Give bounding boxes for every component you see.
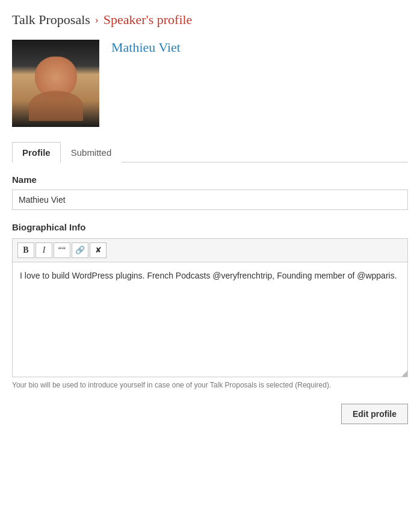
name-input[interactable] bbox=[12, 190, 408, 210]
edit-profile-button[interactable]: Edit profile bbox=[341, 404, 408, 424]
bold-button[interactable]: B bbox=[17, 242, 34, 258]
bio-help-text: Your bio will be used to introduce yours… bbox=[12, 381, 408, 389]
speaker-name: Mathieu Viet bbox=[111, 37, 181, 55]
speaker-info: Mathieu Viet bbox=[111, 40, 181, 55]
editor-toolbar: B I ““ 🔗 ✘ bbox=[13, 239, 407, 262]
actions-row: Edit profile bbox=[12, 404, 408, 424]
breadcrumb: Talk Proposals › Speaker's profile bbox=[12, 12, 408, 28]
name-label: Name bbox=[12, 174, 408, 185]
link-button[interactable]: 🔗 bbox=[72, 242, 88, 258]
bio-content[interactable]: I love to build WordPress plugins. Frenc… bbox=[13, 262, 407, 377]
italic-button[interactable]: I bbox=[36, 242, 52, 258]
editor-wrapper: I love to build WordPress plugins. Frenc… bbox=[13, 262, 407, 377]
bio-section: Biographical Info B I ““ 🔗 ✘ I love to b… bbox=[12, 222, 408, 389]
profile-section: Mathieu Viet bbox=[12, 40, 408, 127]
breadcrumb-main[interactable]: Talk Proposals bbox=[12, 12, 90, 28]
name-field-section: Name bbox=[12, 174, 408, 210]
tab-submitted[interactable]: Submitted bbox=[61, 142, 122, 162]
avatar bbox=[12, 40, 99, 127]
avatar-shadow bbox=[29, 91, 83, 121]
breadcrumb-current: Speaker's profile bbox=[103, 12, 193, 28]
quote-button[interactable]: ““ bbox=[54, 242, 70, 258]
bio-label: Biographical Info bbox=[12, 222, 408, 232]
unlink-button[interactable]: ✘ bbox=[90, 242, 107, 258]
breadcrumb-arrow: › bbox=[95, 14, 99, 26]
resize-handle[interactable] bbox=[401, 371, 407, 377]
tab-profile[interactable]: Profile bbox=[12, 142, 61, 162]
tab-bar: Profile Submitted bbox=[12, 141, 408, 162]
bio-editor: B I ““ 🔗 ✘ I love to build WordPress plu… bbox=[12, 238, 408, 377]
